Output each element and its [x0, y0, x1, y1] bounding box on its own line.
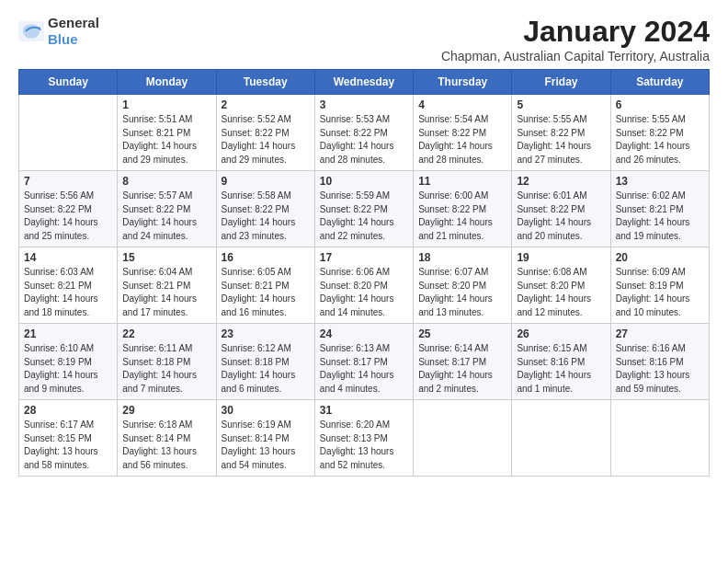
- calendar-cell: 19Sunrise: 6:08 AM Sunset: 8:20 PM Dayli…: [512, 247, 610, 324]
- weekday-header-friday: Friday: [512, 70, 610, 95]
- day-number: 7: [24, 175, 112, 188]
- calendar-cell: 5Sunrise: 5:55 AM Sunset: 8:22 PM Daylig…: [512, 95, 610, 171]
- cell-detail: Sunrise: 6:09 AM Sunset: 8:19 PM Dayligh…: [616, 266, 704, 319]
- weekday-header-saturday: Saturday: [610, 70, 709, 95]
- title-block: January 2024 Chapman, Australian Capital…: [441, 15, 710, 63]
- day-number: 20: [616, 251, 704, 264]
- weekday-header-tuesday: Tuesday: [216, 70, 314, 95]
- cell-detail: Sunrise: 5:51 AM Sunset: 8:21 PM Dayligh…: [122, 113, 210, 167]
- day-number: 25: [418, 327, 506, 340]
- logo-general: General: [48, 15, 99, 30]
- page-header: General Blue January 2024 Chapman, Austr…: [18, 15, 710, 63]
- cell-detail: Sunrise: 5:55 AM Sunset: 8:22 PM Dayligh…: [517, 113, 605, 167]
- cell-detail: Sunrise: 5:58 AM Sunset: 8:22 PM Dayligh…: [222, 190, 310, 243]
- day-number: 29: [122, 404, 210, 417]
- calendar-cell: 24Sunrise: 6:13 AM Sunset: 8:17 PM Dayli…: [314, 324, 413, 400]
- day-number: 15: [122, 251, 210, 264]
- cell-detail: Sunrise: 6:20 AM Sunset: 8:13 PM Dayligh…: [320, 419, 408, 472]
- cell-detail: Sunrise: 6:03 AM Sunset: 8:21 PM Dayligh…: [24, 266, 112, 319]
- weekday-header-thursday: Thursday: [414, 70, 512, 95]
- cell-detail: Sunrise: 6:13 AM Sunset: 8:17 PM Dayligh…: [320, 342, 408, 396]
- cell-detail: Sunrise: 6:06 AM Sunset: 8:20 PM Dayligh…: [320, 266, 408, 319]
- day-number: 31: [320, 404, 408, 417]
- calendar-cell: 3Sunrise: 5:53 AM Sunset: 8:22 PM Daylig…: [314, 95, 413, 171]
- day-number: 16: [222, 251, 310, 264]
- main-title: January 2024: [441, 15, 710, 49]
- day-number: 12: [517, 175, 605, 188]
- calendar-cell: 9Sunrise: 5:58 AM Sunset: 8:22 PM Daylig…: [216, 171, 314, 247]
- logo-icon: [18, 21, 44, 41]
- calendar-cell: 13Sunrise: 6:02 AM Sunset: 8:21 PM Dayli…: [610, 171, 709, 247]
- day-number: 30: [222, 404, 310, 417]
- calendar-cell: 25Sunrise: 6:14 AM Sunset: 8:17 PM Dayli…: [414, 324, 512, 400]
- calendar-week-row: 7Sunrise: 5:56 AM Sunset: 8:22 PM Daylig…: [19, 171, 710, 247]
- day-number: 4: [418, 98, 506, 111]
- calendar-body: 1Sunrise: 5:51 AM Sunset: 8:21 PM Daylig…: [19, 95, 710, 477]
- cell-detail: Sunrise: 6:19 AM Sunset: 8:14 PM Dayligh…: [222, 419, 310, 472]
- calendar-cell: 23Sunrise: 6:12 AM Sunset: 8:18 PM Dayli…: [216, 324, 314, 400]
- calendar-cell: 17Sunrise: 6:06 AM Sunset: 8:20 PM Dayli…: [314, 247, 413, 324]
- cell-detail: Sunrise: 6:04 AM Sunset: 8:21 PM Dayligh…: [122, 266, 210, 319]
- day-number: 1: [122, 98, 210, 111]
- calendar-cell: 4Sunrise: 5:54 AM Sunset: 8:22 PM Daylig…: [414, 95, 512, 171]
- cell-detail: Sunrise: 5:59 AM Sunset: 8:22 PM Dayligh…: [320, 190, 408, 243]
- cell-detail: Sunrise: 6:18 AM Sunset: 8:14 PM Dayligh…: [122, 419, 210, 472]
- cell-detail: Sunrise: 6:14 AM Sunset: 8:17 PM Dayligh…: [418, 342, 506, 396]
- calendar-cell: 22Sunrise: 6:11 AM Sunset: 8:18 PM Dayli…: [118, 324, 216, 400]
- calendar-cell: [610, 400, 709, 477]
- cell-detail: Sunrise: 6:11 AM Sunset: 8:18 PM Dayligh…: [122, 342, 210, 396]
- logo-blue: Blue: [48, 31, 78, 47]
- weekday-header-monday: Monday: [118, 70, 216, 95]
- day-number: 3: [320, 98, 408, 111]
- day-number: 5: [517, 98, 605, 111]
- day-number: 11: [418, 175, 506, 188]
- cell-detail: Sunrise: 6:15 AM Sunset: 8:16 PM Dayligh…: [517, 342, 605, 396]
- calendar-cell: 27Sunrise: 6:16 AM Sunset: 8:16 PM Dayli…: [610, 324, 709, 400]
- day-number: 22: [122, 327, 210, 340]
- calendar-cell: 6Sunrise: 5:55 AM Sunset: 8:22 PM Daylig…: [610, 95, 709, 171]
- day-number: 2: [222, 98, 310, 111]
- cell-detail: Sunrise: 5:54 AM Sunset: 8:22 PM Dayligh…: [418, 113, 506, 167]
- calendar-table: SundayMondayTuesdayWednesdayThursdayFrid…: [18, 69, 710, 477]
- cell-detail: Sunrise: 6:17 AM Sunset: 8:15 PM Dayligh…: [24, 419, 112, 472]
- calendar-cell: 7Sunrise: 5:56 AM Sunset: 8:22 PM Daylig…: [19, 171, 118, 247]
- calendar-cell: [19, 95, 118, 171]
- calendar-cell: 15Sunrise: 6:04 AM Sunset: 8:21 PM Dayli…: [118, 247, 216, 324]
- logo-text: General Blue: [48, 15, 99, 48]
- calendar-cell: 11Sunrise: 6:00 AM Sunset: 8:22 PM Dayli…: [414, 171, 512, 247]
- weekday-header-row: SundayMondayTuesdayWednesdayThursdayFrid…: [19, 70, 710, 95]
- calendar-cell: [414, 400, 512, 477]
- calendar-cell: 29Sunrise: 6:18 AM Sunset: 8:14 PM Dayli…: [118, 400, 216, 477]
- cell-detail: Sunrise: 6:16 AM Sunset: 8:16 PM Dayligh…: [616, 342, 704, 396]
- day-number: 26: [517, 327, 605, 340]
- subtitle: Chapman, Australian Capital Territory, A…: [441, 49, 710, 63]
- cell-detail: Sunrise: 5:55 AM Sunset: 8:22 PM Dayligh…: [616, 113, 704, 167]
- cell-detail: Sunrise: 5:53 AM Sunset: 8:22 PM Dayligh…: [320, 113, 408, 167]
- day-number: 18: [418, 251, 506, 264]
- calendar-cell: [512, 400, 610, 477]
- cell-detail: Sunrise: 6:00 AM Sunset: 8:22 PM Dayligh…: [418, 190, 506, 243]
- calendar-cell: 14Sunrise: 6:03 AM Sunset: 8:21 PM Dayli…: [19, 247, 118, 324]
- calendar-cell: 16Sunrise: 6:05 AM Sunset: 8:21 PM Dayli…: [216, 247, 314, 324]
- calendar-cell: 21Sunrise: 6:10 AM Sunset: 8:19 PM Dayli…: [19, 324, 118, 400]
- calendar-week-row: 1Sunrise: 5:51 AM Sunset: 8:21 PM Daylig…: [19, 95, 710, 171]
- calendar-cell: 1Sunrise: 5:51 AM Sunset: 8:21 PM Daylig…: [118, 95, 216, 171]
- day-number: 19: [517, 251, 605, 264]
- weekday-header-wednesday: Wednesday: [314, 70, 413, 95]
- calendar-cell: 18Sunrise: 6:07 AM Sunset: 8:20 PM Dayli…: [414, 247, 512, 324]
- cell-detail: Sunrise: 6:02 AM Sunset: 8:21 PM Dayligh…: [616, 190, 704, 243]
- calendar-cell: 26Sunrise: 6:15 AM Sunset: 8:16 PM Dayli…: [512, 324, 610, 400]
- cell-detail: Sunrise: 6:01 AM Sunset: 8:22 PM Dayligh…: [517, 190, 605, 243]
- calendar-cell: 20Sunrise: 6:09 AM Sunset: 8:19 PM Dayli…: [610, 247, 709, 324]
- logo: General Blue: [18, 15, 99, 48]
- cell-detail: Sunrise: 6:12 AM Sunset: 8:18 PM Dayligh…: [222, 342, 310, 396]
- day-number: 6: [616, 98, 704, 111]
- day-number: 28: [24, 404, 112, 417]
- calendar-cell: 2Sunrise: 5:52 AM Sunset: 8:22 PM Daylig…: [216, 95, 314, 171]
- cell-detail: Sunrise: 6:07 AM Sunset: 8:20 PM Dayligh…: [418, 266, 506, 319]
- day-number: 9: [222, 175, 310, 188]
- calendar-cell: 10Sunrise: 5:59 AM Sunset: 8:22 PM Dayli…: [314, 171, 413, 247]
- calendar-cell: 8Sunrise: 5:57 AM Sunset: 8:22 PM Daylig…: [118, 171, 216, 247]
- calendar-cell: 31Sunrise: 6:20 AM Sunset: 8:13 PM Dayli…: [314, 400, 413, 477]
- calendar-week-row: 14Sunrise: 6:03 AM Sunset: 8:21 PM Dayli…: [19, 247, 710, 324]
